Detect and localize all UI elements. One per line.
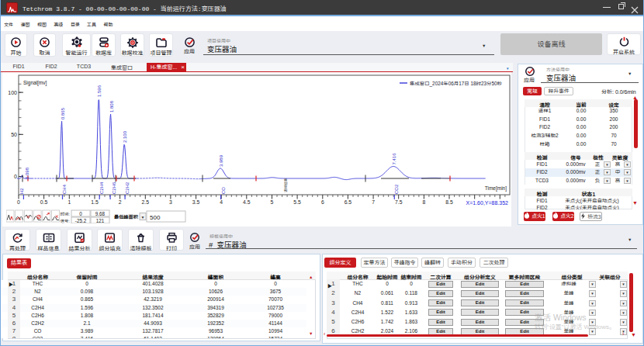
svg-text:8: 8 [423,199,426,205]
svg-text:6: 6 [321,199,324,205]
svg-text:5: 5 [271,199,274,205]
svg-text:0: 0 [17,199,20,205]
svg-text:1.5: 1.5 [91,199,99,205]
svg-text:Time[min]: Time[min] [485,185,507,192]
svg-text:X=1.60,Y=88.352: X=1.60,Y=88.352 [466,200,509,206]
svg-text:1: 1 [68,199,71,205]
svg-text:4.5: 4.5 [243,199,251,205]
svg-text:H2: H2 [19,188,24,194]
svg-text:5.5: 5.5 [293,199,301,205]
svg-text:CH4: CH4 [62,184,67,194]
svg-text:121: 121 [96,218,105,223]
svg-text:集成窗口_2024年06月17日 18时23分50秒: 集成窗口_2024年06月17日 18时23分50秒 [410,81,503,87]
svg-text:7: 7 [372,199,375,205]
svg-text:2: 2 [119,199,122,205]
svg-text:0.5: 0.5 [40,199,48,205]
svg-text:进样结束: 进样结束 [284,178,288,192]
svg-text:C2H4: C2H4 [99,182,104,194]
svg-text:100: 100 [8,90,17,95]
svg-text:8.5: 8.5 [445,199,453,205]
svg-text:0.098: 0.098 [25,167,29,179]
svg-text:9.68: 9.68 [95,211,106,216]
svg-text:CO: CO [221,187,226,194]
svg-text:最低峰面积: 最低峰面积 [114,214,139,220]
svg-text:C2H2: C2H2 [125,182,130,194]
svg-text:4: 4 [220,199,223,205]
svg-text:时间:: 时间: [61,212,71,216]
svg-text:-25.2: -25.2 [75,218,87,223]
svg-text:0: 0 [79,211,82,216]
svg-text:3: 3 [169,199,172,205]
svg-text:7.5: 7.5 [395,199,403,205]
svg-text:500: 500 [150,214,161,221]
svg-text:2.5: 2.5 [142,199,150,205]
svg-text:0: 0 [14,174,17,179]
svg-text:信号:: 信号: [61,219,71,223]
svg-text:7.416: 7.416 [392,153,396,165]
svg-text:Signal[mv]: Signal[mv] [23,80,47,86]
svg-text:CO2: CO2 [394,184,399,194]
svg-text:C2H6: C2H6 [112,182,116,194]
svg-text:3.989: 3.989 [219,154,223,167]
svg-text:1.596: 1.596 [97,85,102,97]
svg-text:3.5: 3.5 [192,199,200,205]
svg-text:6.5: 6.5 [345,199,352,205]
svg-text:▼: ▼ [141,215,145,220]
